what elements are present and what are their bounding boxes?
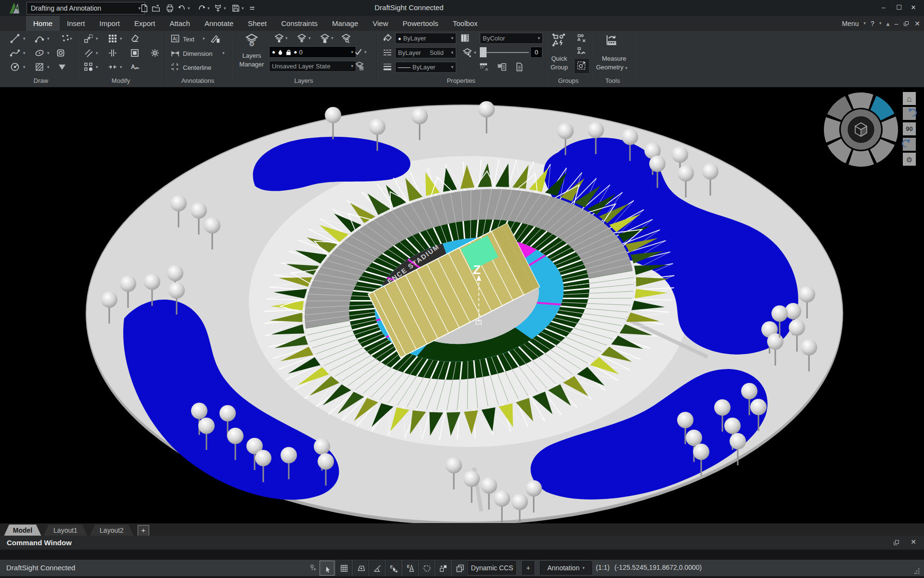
doc-minimize-button[interactable]: – <box>894 20 898 27</box>
menu-button[interactable]: Menu <box>842 20 859 27</box>
pattern-tool[interactable] <box>107 33 118 44</box>
transparency-chevron-icon[interactable]: ▾ <box>474 51 476 55</box>
roll-chevron-icon[interactable]: ▾ <box>224 6 226 11</box>
offset-tool[interactable] <box>83 48 94 58</box>
point-chevron-icon[interactable]: ▾ <box>70 37 72 41</box>
layer-preview-tool[interactable] <box>341 33 351 43</box>
polar-toggle-button[interactable] <box>370 561 385 576</box>
stretch-chevron-icon[interactable]: ▾ <box>96 37 98 41</box>
doc-close-button[interactable]: ✕ <box>914 20 920 27</box>
tab-model[interactable]: Model <box>4 525 41 536</box>
copy-mode-button[interactable] <box>452 561 467 576</box>
quick-group-label1[interactable]: Quick <box>540 55 578 62</box>
dynamic-ccs-button[interactable]: Dynamic CCS <box>468 561 516 575</box>
tab-annotate[interactable]: Annotate <box>197 16 241 31</box>
workspace-selector[interactable]: Drafting and Annotation ▾ <box>26 2 145 14</box>
solid-tool[interactable] <box>57 62 67 72</box>
layers-manager-label2[interactable]: Manager <box>231 61 272 68</box>
centerline-tool-label[interactable]: Centerline <box>183 64 211 71</box>
print-button[interactable] <box>165 3 175 13</box>
add-layout-button[interactable]: + <box>138 525 149 536</box>
transparency-slider-handle[interactable] <box>480 47 487 57</box>
hatch-tool[interactable] <box>34 62 45 72</box>
spline-chevron-icon[interactable]: ▾ <box>23 51 26 55</box>
open-file-button[interactable] <box>151 3 161 13</box>
active-layer-combo[interactable]: ● ● 0 ▾ <box>269 46 356 58</box>
shrink-chevron-icon[interactable]: ▾ <box>120 65 122 69</box>
select-mode-button[interactable] <box>320 561 334 576</box>
hatch-chevron-icon[interactable]: ▾ <box>47 65 50 69</box>
line-weight-combo[interactable]: —— ByLayer ▾ <box>395 62 456 73</box>
line-color-combo[interactable]: ● ByLayer ▾ <box>395 33 456 44</box>
circle-tool[interactable] <box>10 62 20 72</box>
esnap-toggle-button[interactable] <box>386 561 401 576</box>
minimize-button[interactable]: – <box>877 3 890 13</box>
measure-label1[interactable]: Measure <box>592 55 636 62</box>
customize-toolbar-icon[interactable] <box>247 3 257 13</box>
weld-tool[interactable] <box>150 48 160 58</box>
lock-layer-chevron-icon[interactable]: ▾ <box>331 36 334 40</box>
ellipse-chevron-icon[interactable]: ▾ <box>47 51 50 55</box>
dimension-chevron-icon[interactable]: ▾ <box>222 51 225 55</box>
spline-tool[interactable] <box>10 48 20 58</box>
freeze-layer-chevron-icon[interactable]: ▾ <box>308 36 311 40</box>
tab-export[interactable]: Export <box>127 16 162 31</box>
lock-layer-tool[interactable] <box>320 33 330 43</box>
dimension-tool-label[interactable]: Dimension <box>183 50 212 57</box>
add-scale-button[interactable]: + <box>522 561 534 575</box>
tab-toolbox[interactable]: Toolbox <box>446 16 485 31</box>
redo-chevron-icon[interactable]: ▾ <box>207 6 210 11</box>
viewport[interactable]: ZENCE STADIUM⌂90⚙ <box>0 87 924 523</box>
line-chevron-icon[interactable]: ▾ <box>23 37 26 41</box>
new-file-button[interactable] <box>140 3 149 13</box>
layers-manager-label1[interactable]: Layers <box>231 52 272 59</box>
grid-toggle-button[interactable] <box>336 561 351 576</box>
edit-group-tool[interactable] <box>576 46 587 56</box>
tab-home[interactable]: Home <box>26 16 60 31</box>
command-close-icon[interactable]: ✕ <box>911 538 916 546</box>
text-tool-icon[interactable] <box>170 33 180 44</box>
tab-layout1[interactable]: Layout1 <box>43 525 88 536</box>
close-button[interactable]: ✕ <box>907 3 920 13</box>
hatch-color-combo[interactable]: ByColor ▾ <box>480 33 543 44</box>
array-chevron-icon[interactable]: ▾ <box>96 65 98 69</box>
wheel-segment[interactable] <box>881 117 898 142</box>
command-input-line[interactable] <box>0 550 924 560</box>
tab-import[interactable]: Import <box>92 16 128 31</box>
tab-sheet[interactable]: Sheet <box>241 16 274 31</box>
layer-state-combo[interactable]: Unsaved Layer State ▾ <box>269 61 356 72</box>
wheel-segment[interactable] <box>824 117 841 143</box>
line-style-combo[interactable]: ByLayer Solid ▾ <box>395 47 456 58</box>
save-button[interactable] <box>231 3 241 13</box>
property-page-tool[interactable] <box>514 62 525 72</box>
tab-insert[interactable]: Insert <box>60 16 92 31</box>
block-attributes-tool[interactable] <box>497 62 507 72</box>
split-tool[interactable] <box>107 48 118 58</box>
stretch-tool[interactable] <box>83 33 94 44</box>
tab-constraints[interactable]: Constraints <box>274 16 325 31</box>
text-tool-label[interactable]: Text <box>183 36 194 43</box>
wheel-segment[interactable] <box>848 150 874 167</box>
tab-manage[interactable]: Manage <box>325 16 365 31</box>
hide-layer-tool[interactable] <box>274 33 284 43</box>
arc-chevron-icon[interactable]: ▾ <box>47 37 50 41</box>
transparency-slider-track[interactable] <box>487 52 529 53</box>
model-canvas[interactable]: ZENCE STADIUM⌂90⚙ <box>0 87 924 523</box>
quick-group-label2[interactable]: Group <box>540 64 578 71</box>
ortho-toggle-button[interactable] <box>353 561 368 576</box>
polygon-tool[interactable] <box>55 48 66 58</box>
help-chevron-icon[interactable]: ▾ <box>879 21 882 26</box>
quick-group-button[interactable] <box>552 33 566 47</box>
doc-restore-icon[interactable] <box>903 20 910 27</box>
hide-layer-chevron-icon[interactable]: ▾ <box>285 36 288 40</box>
array-tool[interactable] <box>83 62 94 72</box>
maximize-button[interactable]: ☐ <box>892 3 906 13</box>
layer-settings-tool[interactable] <box>355 61 364 70</box>
save-chevron-icon[interactable]: ▾ <box>242 6 244 11</box>
layer-apply-chevron-icon[interactable]: ▾ <box>364 50 367 54</box>
measure-geometry-button[interactable] <box>604 33 619 47</box>
group-select-tool[interactable] <box>576 60 587 71</box>
edit-annotation-tool[interactable] <box>129 62 140 72</box>
annotation-scale-dropdown[interactable]: Annotation▾ <box>540 561 592 575</box>
circle-chevron-icon[interactable]: ▾ <box>23 65 26 69</box>
